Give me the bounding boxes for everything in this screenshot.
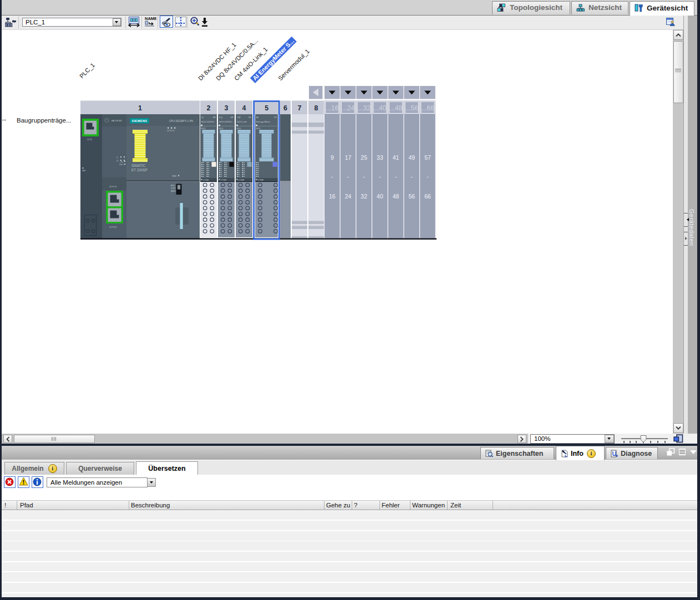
svg-text:HF: HF bbox=[231, 116, 234, 119]
svg-text:6: 6 bbox=[283, 104, 287, 112]
svg-text:48: 48 bbox=[393, 193, 399, 200]
svg-text:8: 8 bbox=[315, 104, 318, 112]
svg-text:ET 200SP: ET 200SP bbox=[131, 168, 148, 172]
svg-text:BA 2xRJ45: BA 2xRJ45 bbox=[111, 120, 122, 122]
svg-text:8xDC24VDC: 8xDC24VDC bbox=[201, 120, 215, 123]
svg-text:X PWR: X PWR bbox=[239, 179, 245, 181]
svg-text:MAINT: MAINT bbox=[119, 164, 124, 166]
svg-text:3: 3 bbox=[225, 104, 229, 112]
svg-text:HF: HF bbox=[213, 116, 216, 119]
svg-text:-: - bbox=[379, 173, 381, 180]
svg-text:X1 P1 R: X1 P1 R bbox=[109, 186, 117, 188]
svg-text:CM: CM bbox=[237, 116, 240, 119]
svg-text:AQ: AQ bbox=[116, 160, 119, 162]
svg-text:40: 40 bbox=[377, 193, 383, 200]
svg-text:...66: ...66 bbox=[421, 104, 434, 112]
svg-text:AI: AI bbox=[116, 156, 118, 159]
svg-text:DIAG: DIAG bbox=[120, 161, 123, 163]
svg-text:-: - bbox=[347, 173, 349, 180]
svg-text:-: - bbox=[395, 173, 397, 180]
svg-text:17: 17 bbox=[345, 154, 352, 161]
svg-text:BU15: BU15 bbox=[219, 128, 224, 130]
svg-text:Energy Meter: Energy Meter bbox=[256, 120, 271, 123]
svg-text:41: 41 bbox=[393, 154, 399, 161]
svg-text:SIEMENS: SIEMENS bbox=[132, 119, 148, 123]
svg-text:-: - bbox=[427, 173, 429, 180]
svg-text:24: 24 bbox=[345, 193, 352, 200]
svg-text:MRES: MRES bbox=[171, 190, 176, 192]
svg-text:BU15: BU15 bbox=[237, 128, 241, 130]
svg-text:PWR: PWR bbox=[172, 175, 176, 177]
svg-text:56: 56 bbox=[408, 193, 415, 200]
svg-text:DQ: DQ bbox=[219, 116, 222, 119]
svg-text:...32: ...32 bbox=[358, 104, 371, 112]
svg-text:X PWR: X PWR bbox=[258, 179, 264, 181]
svg-text:-: - bbox=[331, 173, 333, 180]
svg-text:4xIO-Link: 4xIO-Link bbox=[237, 120, 247, 123]
svg-text:32: 32 bbox=[361, 193, 367, 200]
svg-text:RUN: RUN bbox=[171, 185, 175, 187]
svg-text:33: 33 bbox=[377, 154, 383, 161]
svg-text:NAME: NAME bbox=[145, 16, 156, 21]
svg-text:...56: ...56 bbox=[405, 104, 419, 112]
svg-text:AI: AI bbox=[256, 116, 258, 119]
svg-text:57: 57 bbox=[424, 154, 431, 161]
svg-text:SIMATIC: SIMATIC bbox=[131, 164, 146, 167]
svg-text:25: 25 bbox=[361, 154, 367, 161]
svg-text:X PWR: X PWR bbox=[221, 179, 227, 181]
svg-text:STOP: STOP bbox=[171, 187, 175, 190]
svg-text:-: - bbox=[411, 173, 413, 180]
svg-text:...24: ...24 bbox=[342, 104, 355, 112]
svg-text:...40: ...40 bbox=[373, 104, 387, 112]
svg-text:ST: ST bbox=[248, 116, 252, 119]
svg-text:1: 1 bbox=[138, 104, 142, 112]
svg-text:66: 66 bbox=[424, 193, 431, 200]
svg-text:49: 49 bbox=[408, 154, 415, 161]
svg-text:CPU 1512SP F-1 PN: CPU 1512SP F-1 PN bbox=[169, 120, 193, 123]
svg-text:7: 7 bbox=[298, 104, 302, 112]
svg-text:X1 P1 P2: X1 P1 P2 bbox=[167, 130, 175, 132]
svg-text:X80: X80 bbox=[82, 170, 85, 172]
svg-text:DI: DI bbox=[201, 116, 204, 119]
svg-text:X1 P2 R: X1 P2 R bbox=[109, 226, 117, 228]
svg-text:8xDC24VDC...: 8xDC24VDC... bbox=[219, 120, 234, 123]
svg-text:BU15: BU15 bbox=[256, 128, 261, 130]
svg-text:5: 5 bbox=[265, 104, 268, 112]
svg-text:...48: ...48 bbox=[389, 104, 403, 112]
svg-text:9: 9 bbox=[331, 154, 334, 161]
svg-text:X1 P1: X1 P1 bbox=[87, 139, 92, 141]
svg-text:X PWR: X PWR bbox=[203, 179, 209, 181]
svg-text:16: 16 bbox=[329, 193, 336, 200]
svg-text:-: - bbox=[363, 173, 365, 180]
svg-text:ST: ST bbox=[274, 116, 277, 119]
svg-text:2: 2 bbox=[207, 104, 211, 112]
svg-text:BU15: BU15 bbox=[201, 128, 206, 130]
svg-text:4: 4 bbox=[242, 104, 246, 112]
svg-text:...16: ...16 bbox=[326, 104, 339, 112]
